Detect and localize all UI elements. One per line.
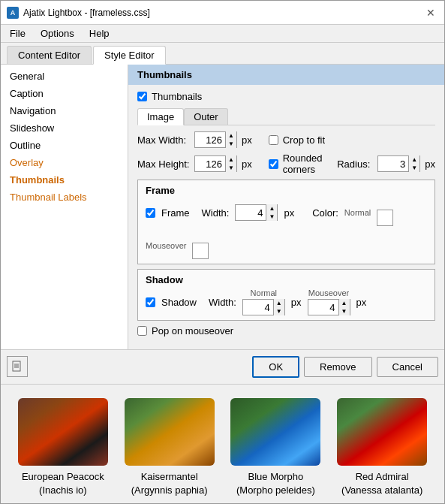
shadow-mouseover-input[interactable] <box>308 300 338 315</box>
shadow-checkbox[interactable] <box>146 297 155 307</box>
gallery-name-3: Red Admiral <box>356 471 409 482</box>
sidebar-item-outline[interactable]: Outline <box>1 137 128 154</box>
menu-options[interactable]: Options <box>35 26 80 41</box>
shadow-section-title: Shadow <box>146 274 427 285</box>
gallery-caption-1: Kaisermantel (Argynnis paphia) <box>131 470 208 497</box>
cancel-button[interactable]: Cancel <box>377 357 438 377</box>
tab-style-editor[interactable]: Style Editor <box>93 46 165 65</box>
radius-unit: px <box>425 158 435 170</box>
shadow-normal-up[interactable]: ▲ <box>274 299 284 307</box>
mouseover-col-label: Mouseover <box>146 241 186 250</box>
sidebar-item-navigation[interactable]: Navigation <box>1 102 128 119</box>
shadow-normal-label: Normal <box>251 288 277 297</box>
gallery-item-3: Red Admiral (Vanessa atalanta) <box>333 398 431 497</box>
radius-spinner-buttons: ▲ ▼ <box>408 155 419 172</box>
max-width-up[interactable]: ▲ <box>226 131 236 140</box>
app-icon: A <box>7 7 19 19</box>
radius-up[interactable]: ▲ <box>409 155 419 164</box>
gallery: European Peacock (Inachis io) Kaisermant… <box>4 391 441 500</box>
butterfly-img-1 <box>125 398 215 466</box>
frame-checkbox-label: Frame <box>161 207 190 219</box>
icon-button[interactable] <box>7 356 28 377</box>
max-height-down[interactable]: ▼ <box>226 164 236 172</box>
max-height-up[interactable]: ▲ <box>226 155 236 164</box>
sidebar: General Caption Navigation Slideshow Out… <box>1 65 128 349</box>
thumbnails-checkbox[interactable] <box>137 92 147 101</box>
frame-width-spinner[interactable]: ▲ ▼ <box>235 204 278 221</box>
frame-normal-color[interactable] <box>377 210 393 226</box>
max-width-label: Max Width: <box>137 134 190 146</box>
max-height-label: Max Height: <box>137 158 190 170</box>
section-header: Thumbnails <box>128 65 444 85</box>
pop-row: Pop on mouseover <box>137 325 435 337</box>
gallery-name-1: Kaisermantel <box>141 471 198 482</box>
sidebar-item-thumbnail-labels[interactable]: Thumbnail Labels <box>1 189 128 206</box>
frame-checkbox[interactable] <box>146 208 155 218</box>
shadow-mouseover-spinner-btns: ▲ ▼ <box>338 299 350 315</box>
shadow-mouseover-up[interactable]: ▲ <box>339 299 350 307</box>
remove-button[interactable]: Remove <box>304 357 371 377</box>
menu-file[interactable]: File <box>4 26 32 41</box>
shadow-mouseover-spinner[interactable]: ▲ ▼ <box>308 299 350 315</box>
document-icon <box>11 361 23 373</box>
sub-tab-image[interactable]: Image <box>137 108 184 125</box>
radius-spinner[interactable]: ▲ ▼ <box>377 155 420 172</box>
butterfly-img-3 <box>337 398 427 466</box>
gallery-name-0: European Peacock <box>22 471 104 482</box>
radius-down[interactable]: ▼ <box>409 164 419 172</box>
max-width-row: Max Width: ▲ ▼ px Crop to fit <box>137 131 435 148</box>
shadow-mouseover-down[interactable]: ▼ <box>339 307 350 315</box>
radius-input[interactable] <box>378 156 408 171</box>
frame-width-unit: px <box>284 207 294 219</box>
shadow-section: Shadow Shadow Width: Normal ▲ ▼ <box>137 269 435 321</box>
gallery-caption-3: Red Admiral (Vanessa atalanta) <box>341 470 422 497</box>
gallery-section: European Peacock (Inachis io) Kaisermant… <box>1 384 444 503</box>
action-bar: OK Remove Cancel <box>1 349 444 384</box>
max-width-input[interactable] <box>195 132 225 147</box>
frame-width-input[interactable] <box>236 205 266 220</box>
frame-color-label: Color: <box>312 207 338 219</box>
butterfly-img-0 <box>18 398 108 466</box>
gallery-caption-0: European Peacock (Inachis io) <box>22 470 104 497</box>
sidebar-item-slideshow[interactable]: Slideshow <box>1 119 128 137</box>
butterfly-img-2 <box>230 398 320 466</box>
shadow-normal-down[interactable]: ▼ <box>274 307 284 315</box>
menu-help[interactable]: Help <box>83 26 116 41</box>
radius-label: Radius: <box>337 158 370 170</box>
sidebar-item-thumbnails[interactable]: Thumbnails <box>1 171 128 189</box>
sidebar-item-overlay[interactable]: Overlay <box>1 154 128 171</box>
frame-width-spinner-buttons: ▲ ▼ <box>266 204 277 221</box>
gallery-name-2: Blue Morpho <box>248 471 304 482</box>
gallery-sci-close-0: ) <box>83 484 86 496</box>
window-title: Ajatix Lightbox - [frameless.css] <box>23 8 150 18</box>
normal-col-label: Normal <box>344 208 371 217</box>
thumbnails-checkbox-row: Thumbnails <box>137 91 435 102</box>
frame-width-label: Width: <box>202 207 230 219</box>
frame-row: Frame Width: ▲ ▼ px Color: Normal <box>146 199 427 259</box>
shadow-normal-spinner[interactable]: ▲ ▼ <box>242 299 285 315</box>
sub-tab-outer[interactable]: Outer <box>184 108 228 125</box>
frame-width-down[interactable]: ▼ <box>266 213 277 221</box>
tab-content-editor[interactable]: Content Editor <box>7 46 92 64</box>
shadow-row: Shadow Width: Normal ▲ ▼ <box>146 288 427 315</box>
pop-checkbox[interactable] <box>137 326 147 336</box>
max-width-unit: px <box>242 134 252 146</box>
ok-button[interactable]: OK <box>252 356 299 378</box>
tabs-bar: Content Editor Style Editor <box>1 43 444 65</box>
crop-to-fit-checkbox[interactable] <box>269 135 278 145</box>
shadow-normal-input[interactable] <box>243 300 273 315</box>
max-width-down[interactable]: ▼ <box>226 140 236 148</box>
shadow-normal-spinner-btns: ▲ ▼ <box>273 299 284 315</box>
max-width-spinner[interactable]: ▲ ▼ <box>194 131 237 148</box>
close-button[interactable]: ✕ <box>423 5 438 20</box>
sidebar-item-caption[interactable]: Caption <box>1 85 128 102</box>
frame-width-up[interactable]: ▲ <box>266 204 277 213</box>
sidebar-item-general[interactable]: General <box>1 68 128 85</box>
gallery-caption-2: Blue Morpho (Morpho peleides) <box>236 470 315 497</box>
rounded-corners-checkbox[interactable] <box>269 159 278 169</box>
max-height-input[interactable] <box>195 156 225 171</box>
max-height-spinner[interactable]: ▲ ▼ <box>194 155 237 172</box>
frame-mouseover-color[interactable] <box>192 243 209 259</box>
gallery-sci-text-3: Vanessa atalanta <box>344 484 419 496</box>
shadow-mouseover-group: Mouseover ▲ ▼ <box>308 288 350 315</box>
